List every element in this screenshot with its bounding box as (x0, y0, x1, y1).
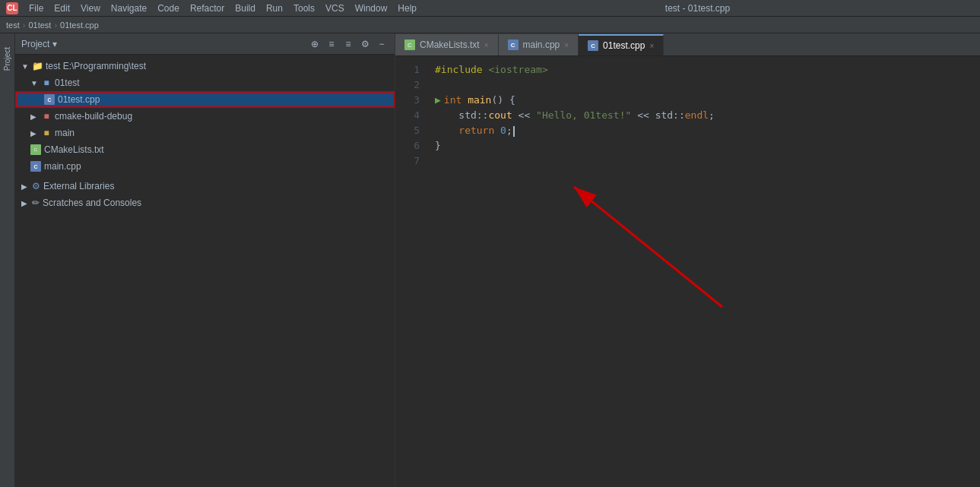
tree-item-cmake-build[interactable]: ▶ ■ cmake-build-debug (15, 108, 395, 125)
menu-edit[interactable]: Edit (49, 2, 75, 15)
project-panel: Project ▾ ⊕ ≡ ≡ ⚙ − ▼ 📁 test E:\Programm… (15, 33, 395, 487)
editor-area: C CMakeLists.txt × C main.cpp × C 01test… (395, 33, 980, 487)
tab-close-01test[interactable]: × (649, 42, 654, 50)
tab-cmakelists[interactable]: C CMakeLists.txt × (395, 34, 499, 55)
menu-view[interactable]: View (76, 2, 105, 15)
tab-main-cpp[interactable]: C main.cpp × (499, 34, 579, 55)
breadcrumb-test[interactable]: test (6, 21, 20, 30)
menu-window[interactable]: Window (350, 2, 392, 15)
tree-label-01test-cpp: 01test.cpp (58, 94, 100, 105)
folder-blue-icon: ■ (41, 77, 52, 88)
tree-item-main-folder[interactable]: ▶ ■ main (15, 125, 395, 141)
tree-item-root[interactable]: ▼ 📁 test E:\Programming\test (15, 58, 395, 74)
tree-label-main-cpp: main.cpp (44, 161, 81, 172)
chevron-down-icon: ▼ (30, 79, 38, 87)
code-container: 1 2 3 4 5 6 7 #include <iostream> ▶int m… (395, 56, 980, 487)
scratches-icon: ✏ (32, 198, 40, 208)
tab-main-cpp-label: main.cpp (523, 40, 560, 50)
chevron-right-icon: ▶ (30, 129, 38, 138)
menu-build[interactable]: Build (230, 2, 260, 15)
panel-expand-icon[interactable]: ≡ (341, 37, 355, 51)
sidebar-project-button[interactable]: Project (2, 36, 14, 82)
ext-lib-icon: ⚙ (32, 181, 40, 191)
tree-view: ▼ 📁 test E:\Programming\test ▼ ■ 01test … (15, 55, 395, 487)
tab-close-main[interactable]: × (564, 41, 569, 49)
chevron-down-icon: ▼ (21, 62, 29, 71)
tab-active-cpp-icon: C (588, 40, 598, 51)
menu-vcs[interactable]: VCS (321, 2, 349, 15)
chevron-right-icon: ▶ (21, 182, 29, 191)
tab-cpp-icon: C (508, 40, 519, 50)
cpp-file-icon: C (30, 161, 41, 172)
tree-label-scratches: Scratches and Consoles (43, 198, 141, 208)
tree-item-external-libs[interactable]: ▶ ⚙ External Libraries (15, 178, 395, 194)
code-editor[interactable]: #include <iostream> ▶int main() { std::c… (426, 56, 980, 487)
menu-bar: File Edit View Navigate Code Refactor Bu… (24, 2, 421, 15)
breadcrumb-file[interactable]: 01test.cpp (60, 21, 99, 30)
tree-label-main: main (55, 128, 75, 138)
breadcrumb: test › 01test › 01test.cpp (0, 17, 980, 33)
tree-item-scratches[interactable]: ▶ ✏ Scratches and Consoles (15, 194, 395, 211)
panel-header: Project ▾ ⊕ ≡ ≡ ⚙ − (15, 33, 395, 55)
menu-file[interactable]: File (24, 2, 48, 15)
menu-tools[interactable]: Tools (289, 2, 319, 15)
tree-label-01test: 01test (55, 77, 80, 88)
menu-run[interactable]: Run (262, 2, 287, 15)
chevron-right-icon: ▶ (21, 199, 29, 207)
tree-label-external-libs: External Libraries (43, 181, 114, 191)
tab-cmake-icon: C (404, 40, 415, 50)
panel-minimize-icon[interactable]: − (375, 37, 389, 51)
tree-item-01test-cpp[interactable]: C 01test.cpp (15, 91, 395, 108)
window-title: test - 01test.cpp (421, 3, 974, 14)
tab-01test-cpp[interactable]: C 01test.cpp × (579, 34, 664, 55)
folder-icon: 📁 (32, 61, 43, 71)
sidebar-strip: Project (0, 33, 15, 487)
menu-code[interactable]: Code (153, 2, 184, 15)
panel-settings-icon[interactable]: ⚙ (358, 37, 372, 51)
line-numbers: 1 2 3 4 5 6 7 (395, 56, 426, 487)
tree-item-main-cpp[interactable]: C main.cpp (15, 158, 395, 175)
tree-label-cmake-build: cmake-build-debug (55, 111, 132, 122)
panel-collapse-icon[interactable]: ≡ (325, 37, 338, 51)
tree-item-cmakelists[interactable]: C CMakeLists.txt (15, 141, 395, 158)
tab-01test-cpp-label: 01test.cpp (603, 40, 645, 51)
folder-yellow-icon: ■ (41, 128, 52, 138)
tab-bar: C CMakeLists.txt × C main.cpp × C 01test… (395, 33, 980, 56)
menu-navigate[interactable]: Navigate (106, 2, 151, 15)
menu-help[interactable]: Help (393, 2, 421, 15)
breadcrumb-01test[interactable]: 01test (28, 21, 51, 30)
panel-scope-icon[interactable]: ⊕ (308, 37, 322, 51)
chevron-right-icon: ▶ (30, 112, 38, 121)
panel-title: Project ▾ (21, 39, 305, 49)
folder-red-icon: ■ (41, 111, 52, 122)
tree-label-cmakelists: CMakeLists.txt (44, 144, 104, 155)
app-logo: CL (6, 2, 18, 14)
tab-cmakelists-label: CMakeLists.txt (420, 40, 480, 50)
cpp-file-icon: C (44, 94, 55, 105)
main-layout: Project Project ▾ ⊕ ≡ ≡ ⚙ − ▼ 📁 test E:\… (0, 33, 980, 487)
title-bar: CL File Edit View Navigate Code Refactor… (0, 0, 980, 17)
tree-item-01test-folder[interactable]: ▼ ■ 01test (15, 74, 395, 91)
cmake-file-icon: C (30, 144, 41, 155)
menu-refactor[interactable]: Refactor (186, 2, 229, 15)
tab-close-cmake[interactable]: × (484, 41, 489, 49)
tree-label-test: test E:\Programming\test (46, 61, 146, 71)
